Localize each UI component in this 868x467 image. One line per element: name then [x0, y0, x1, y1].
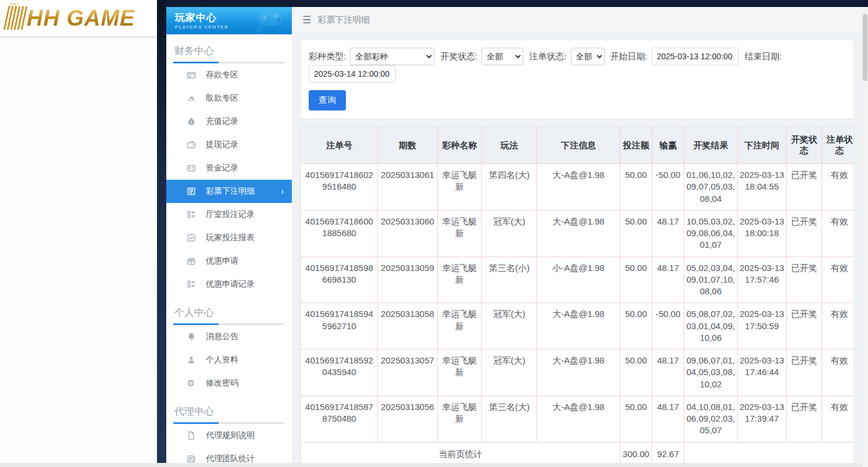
document-icon — [186, 431, 196, 441]
col-header: 玩法 — [482, 127, 537, 164]
end-date-label: 结束日期: — [745, 51, 782, 62]
cell-bet-time: 2025-03-13 18:04:55 — [738, 164, 787, 211]
sidebar-item-label: 充值记录 — [206, 116, 238, 127]
cell-bet-info: 大-A盘@1.98 — [537, 303, 620, 350]
cell-order-no: 401569174185986698130 — [301, 256, 378, 303]
cell-order-no: 401569174185878750480 — [301, 395, 378, 442]
cell-win-loss: 48.17 — [652, 350, 684, 396]
lottery-type-select[interactable]: 全部彩种 — [350, 48, 434, 65]
cell-bet-time: 2025-03-13 17:46:44 — [738, 350, 787, 396]
cell-draw-status: 已开奖 — [787, 303, 822, 350]
col-header: 下注信息 — [537, 127, 620, 164]
sidebar-item-personal-profile[interactable]: 个人资料 — [166, 348, 292, 372]
table-row: 401569174186029516480 20250313061 幸运飞艇新 … — [301, 164, 855, 211]
chart-report-icon — [186, 233, 196, 243]
sidebar-item-label: 提现记录 — [206, 140, 238, 150]
table-row: 401569174186001885680 20250313060 幸运飞艇新 … — [301, 210, 855, 256]
sidebar-item-label: 存款专区 — [206, 70, 238, 80]
sidebar-item-room-bet-record[interactable]: 厅室投注记录 — [166, 203, 292, 226]
sidebar-item-funds-record[interactable]: 资金记录 — [166, 156, 292, 180]
sidebar-item-change-password[interactable]: ⚙ 修改密码 — [166, 372, 292, 395]
section-underline — [173, 62, 285, 63]
cell-play-type: 冠军(大) — [482, 350, 537, 396]
cell-lottery-name: 幸运飞艇新 — [438, 164, 482, 211]
sidebar-item-player-bet-report[interactable]: 玩家投注报表 — [166, 226, 292, 249]
cell-bet-time: 2025-03-13 18:00:18 — [738, 210, 787, 256]
sidebar-item-promo-apply[interactable]: 优惠申请 — [166, 249, 292, 273]
hamburger-menu-icon[interactable]: ☰ — [302, 14, 311, 26]
section-title-personal: 个人中心 — [166, 296, 292, 323]
sidebar-item-message-notice[interactable]: 消息公告 — [166, 325, 292, 348]
cell-draw-status: 已开奖 — [787, 350, 822, 396]
cell-bet-amount: 50.00 — [620, 210, 652, 256]
sidebar-item-label: 彩票下注明细 — [206, 186, 255, 197]
cell-draw-result: 10,05,03,02,09,08,06,04,01,07 — [684, 210, 738, 256]
cell-draw-status: 已开奖 — [787, 164, 822, 211]
col-header: 开奖结果 — [684, 127, 738, 164]
start-date-input[interactable] — [652, 48, 739, 65]
cell-bet-time: 2025-03-13 17:57:46 — [738, 256, 787, 303]
sidebar-item-recharge-record[interactable]: 充值记录 — [166, 110, 292, 133]
search-button[interactable]: 查询 — [309, 90, 346, 110]
dark-vertical-strip — [157, 0, 166, 467]
sidebar-item-label: 优惠申请 — [206, 256, 238, 266]
cell-lottery-name: 幸运飞艇新 — [438, 350, 482, 396]
cell-bet-info: 小-A盘@1.98 — [537, 256, 620, 303]
cell-order-status: 有效 — [822, 164, 855, 211]
gamepad-icon — [247, 9, 287, 34]
sidebar-item-label: 修改密码 — [206, 378, 238, 388]
cell-bet-info: 大-A盘@1.98 — [537, 395, 620, 442]
draw-status-select[interactable]: 全部 — [481, 48, 523, 65]
table-row: 401569174185945962710 20250313058 幸运飞艇新 … — [301, 303, 855, 350]
sidebar-item-label: 玩家投注报表 — [206, 233, 255, 243]
gear-icon: ⚙ — [186, 379, 196, 388]
col-header: 彩种名称 — [438, 127, 482, 164]
cell-lottery-name: 幸运飞艇新 — [438, 395, 482, 442]
end-date-input[interactable] — [309, 65, 396, 83]
cell-draw-status: 已开奖 — [787, 256, 822, 303]
newspaper-icon — [186, 454, 196, 464]
sidebar-item-agent-rules[interactable]: 代理规则说明 — [166, 424, 292, 447]
cell-win-loss: -50.00 — [652, 164, 684, 211]
draw-status-label: 开奖状态: — [440, 51, 477, 62]
sidebar-item-deposit-zone[interactable]: 存款专区 — [166, 63, 292, 87]
cell-bet-amount: 50.00 — [620, 303, 652, 350]
grid-list-icon — [186, 210, 196, 220]
sidebar-item-label: 消息公告 — [206, 331, 238, 342]
cell-period: 20250313059 — [378, 256, 438, 303]
col-header: 开奖状态 — [787, 127, 822, 164]
cell-win-loss: 48.17 — [652, 395, 684, 442]
sidebar-item-lottery-bet-detail[interactable]: 彩票下注明细 › — [166, 180, 292, 203]
table-row: 401569174185986698130 20250313059 幸运飞艇新 … — [301, 256, 855, 303]
cell-win-loss: 48.17 — [652, 256, 684, 303]
cell-order-no: 401569174186029516480 — [301, 164, 378, 211]
sidebar-item-promo-apply-record[interactable]: 优惠申请记录 — [166, 273, 292, 296]
cell-order-status: 有效 — [822, 210, 855, 256]
logo-stripes-decoration — [3, 6, 28, 30]
col-header: 注单状态 — [822, 127, 855, 164]
vertical-scrollbar[interactable] — [862, 7, 868, 467]
chevron-right-icon: › — [281, 187, 284, 196]
start-date-label: 开始日期: — [610, 51, 648, 62]
table-row: 401569174185878750480 20250313056 幸运飞艇新 … — [301, 395, 855, 442]
scrollbar-thumb[interactable] — [863, 14, 867, 81]
dark-top-bar — [166, 0, 868, 7]
cell-period: 20250313060 — [378, 210, 438, 256]
cell-bet-time: 2025-03-13 17:39:47 — [738, 395, 787, 442]
cell-order-no: 401569174185945962710 — [301, 303, 378, 350]
section-underline — [173, 323, 285, 325]
order-status-select[interactable]: 全部 — [571, 48, 605, 65]
cell-win-loss: -50.00 — [652, 303, 684, 350]
col-header: 期数 — [378, 127, 438, 164]
cell-order-status: 有效 — [822, 303, 855, 350]
cell-draw-result: 05,02,03,04,09,01,07,10,08,06 — [684, 256, 738, 303]
gift-icon — [186, 256, 196, 266]
grid-list-icon — [186, 280, 196, 290]
sidebar-item-label: 代理规则说明 — [206, 430, 255, 441]
cell-bet-info: 大-A盘@1.98 — [537, 164, 620, 211]
cell-bet-amount: 50.00 — [620, 395, 652, 442]
sidebar-item-withdraw-zone[interactable]: 取款专区 — [166, 87, 292, 110]
col-header: 下注时间 — [738, 127, 787, 164]
cell-order-status: 有效 — [822, 395, 855, 442]
sidebar-item-withdraw-record[interactable]: 提现记录 — [166, 133, 292, 156]
